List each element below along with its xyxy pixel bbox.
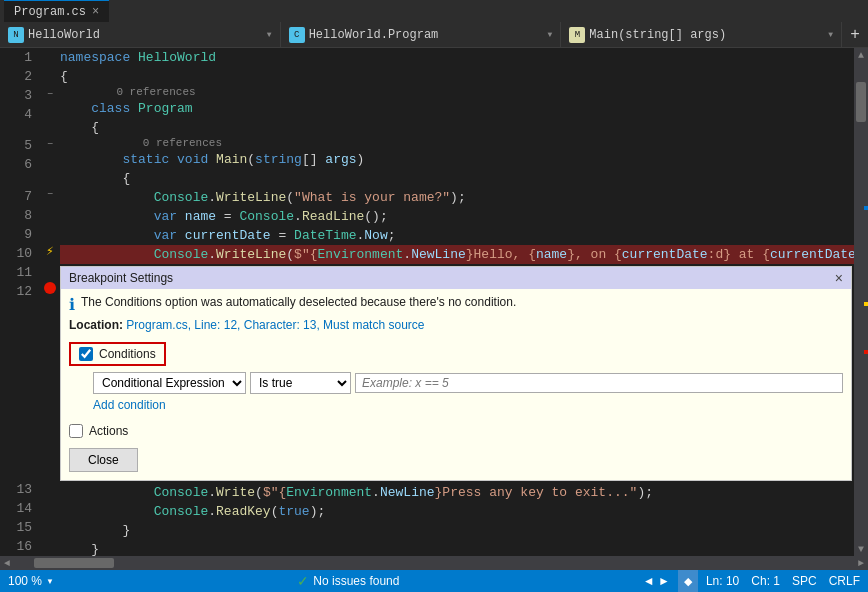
line-num-6: 6 — [0, 155, 40, 174]
line-num-10: 10 — [0, 244, 40, 263]
file-tab[interactable]: Program.cs × — [4, 0, 109, 22]
breakpoint-settings-panel: Breakpoint Settings × ℹ The Conditions o… — [60, 266, 852, 481]
vertical-scrollbar[interactable]: ▲ ▼ — [854, 48, 868, 556]
char-text: Ch: 1 — [751, 574, 780, 588]
horizontal-scroll-bar[interactable]: ◄ ► — [0, 556, 868, 570]
method-dropdown-arrow: ▼ — [828, 30, 833, 39]
line-num-16: 16 — [0, 537, 40, 556]
line-num-11: 11 — [0, 263, 40, 282]
code-line-9[interactable]: Console.WriteLine("What is your name?"); — [60, 188, 854, 207]
breakpoint-marker — [864, 350, 868, 354]
code-line-10[interactable]: var name = Console.ReadLine(); — [60, 207, 854, 226]
scrollbar-thumb-v[interactable] — [856, 82, 866, 122]
bp-settings-header: Breakpoint Settings × — [61, 267, 851, 289]
actions-label: Actions — [89, 424, 128, 438]
h-scroll-left[interactable]: ◄ — [0, 556, 14, 570]
code-line-8: { — [60, 169, 854, 188]
line-num-12: 12 — [0, 282, 40, 301]
namespace-dropdown[interactable]: N HelloWorld ▼ — [0, 22, 281, 47]
line-num-5: 5 — [0, 136, 40, 155]
title-bar: Program.cs × — [0, 0, 868, 22]
scrollbar-down-arrow[interactable]: ▼ — [854, 542, 868, 556]
status-text: No issues found — [313, 574, 399, 588]
line-num-7-ref — [0, 174, 40, 186]
scrollbar-up-arrow[interactable]: ▲ — [854, 48, 868, 62]
class-dropdown-arrow: ▼ — [548, 30, 553, 39]
code-line-3[interactable]: namespace HelloWorld — [60, 48, 854, 67]
code-line-7-ref: 0 references — [60, 137, 854, 150]
close-button[interactable]: Close — [69, 448, 138, 472]
line-num-3: 3 — [0, 86, 40, 105]
actions-section: Actions — [61, 420, 851, 442]
indicators-col: − − − ⚡ — [40, 48, 60, 556]
conditions-label: Conditions — [99, 347, 156, 361]
bp-location-value[interactable]: Program.cs, Line: 12, Character: 13, Mus… — [126, 318, 424, 332]
actions-checkbox[interactable] — [69, 424, 83, 438]
line-num-2: 2 — [0, 67, 40, 86]
collapse-3[interactable]: − — [40, 85, 60, 104]
close-btn-row: Close — [61, 442, 851, 480]
scrollbar-track — [854, 62, 868, 542]
method-dropdown-text: Main(string[] args) — [589, 28, 824, 42]
h-scroll-track — [14, 556, 854, 570]
expr-input[interactable] — [355, 373, 843, 393]
line-num-5-ref — [0, 124, 40, 136]
collapse-5[interactable]: − — [40, 135, 60, 154]
namespace-dropdown-text: HelloWorld — [28, 28, 263, 42]
code-line-12[interactable]: Console.WriteLine($"{Environment.NewLine… — [60, 245, 854, 264]
accent-marker — [864, 206, 868, 210]
code-line-5-ref: 0 references — [60, 86, 854, 99]
conditions-row: Conditions — [69, 342, 166, 366]
spaces-text[interactable]: SPC — [792, 574, 817, 588]
breakpoint-indicator-12[interactable] — [40, 279, 60, 298]
line-num-1: 1 — [0, 48, 40, 67]
tab-label: Program.cs — [14, 5, 86, 19]
bp-settings-title: Breakpoint Settings — [69, 271, 173, 285]
method-dropdown[interactable]: M Main(string[] args) ▼ — [561, 22, 842, 47]
code-line-6: { — [60, 118, 854, 137]
conditions-expr-row: Conditional Expression Hit Count Filter … — [69, 366, 843, 396]
bp-info-text: The Conditions option was automatically … — [81, 295, 516, 309]
line-num-4: 4 — [0, 105, 40, 124]
add-condition-link[interactable]: Add condition — [69, 396, 843, 416]
line-num-13: 13 — [0, 480, 40, 499]
conditions-checkbox[interactable] — [79, 347, 93, 361]
class-dropdown[interactable]: C HelloWorld.Program ▼ — [281, 22, 562, 47]
editor-area: 1 2 3 4 5 6 7 8 9 10 11 12 13 14 15 16 −… — [0, 48, 868, 556]
bp-location-label: Location: — [69, 318, 123, 332]
code-line-7[interactable]: static void Main(string[] args) — [60, 150, 854, 169]
bp-location-row: Location: Program.cs, Line: 12, Characte… — [61, 316, 851, 338]
nav-bar: N HelloWorld ▼ C HelloWorld.Program ▼ M … — [0, 22, 868, 48]
code-line-5[interactable]: class Program — [60, 99, 854, 118]
h-scroll-thumb[interactable] — [34, 558, 114, 568]
code-line-11[interactable]: var currentDate = DateTime.Now; — [60, 226, 854, 245]
breakpoint-dot — [44, 282, 56, 294]
status-bar: 100 % ▼ ✓ No issues found ◄ ► ◆ Ln: 10 C… — [0, 570, 868, 592]
class-dropdown-text: HelloWorld.Program — [309, 28, 544, 42]
line-num-15: 15 — [0, 518, 40, 537]
expr-condition-select[interactable]: Is true Has changed — [250, 372, 351, 394]
namespace-dropdown-arrow: ▼ — [267, 30, 272, 39]
line-num-14: 14 — [0, 499, 40, 518]
expr-type-select[interactable]: Conditional Expression Hit Count Filter — [93, 372, 246, 394]
zoom-arrow-icon: ▼ — [46, 577, 54, 586]
position-text: Ln: 10 — [706, 574, 739, 588]
zoom-level[interactable]: 100 % — [8, 574, 42, 588]
line-numbers: 1 2 3 4 5 6 7 8 9 10 11 12 13 14 15 16 — [0, 48, 40, 556]
warning-indicator-10: ⚡ — [40, 241, 60, 260]
conditions-section: Conditions Conditional Expression Hit Co… — [61, 338, 851, 420]
bp-settings-close-icon[interactable]: × — [835, 270, 843, 286]
line-num-7: 7 — [0, 187, 40, 206]
code-line-14[interactable]: Console.ReadKey(true); — [60, 502, 854, 521]
line-ending-text[interactable]: CRLF — [829, 574, 860, 588]
nav-arrows[interactable]: ◄ ► — [643, 574, 670, 588]
code-line-15: } — [60, 521, 854, 540]
warning-marker — [864, 302, 868, 306]
check-icon: ✓ — [297, 573, 309, 589]
h-scroll-right[interactable]: ► — [854, 556, 868, 570]
code-line-13[interactable]: Console.Write($"{Environment.NewLine}Pre… — [60, 483, 854, 502]
code-line-4: { — [60, 67, 854, 86]
tab-close-icon[interactable]: × — [92, 5, 99, 19]
add-tab-button[interactable]: + — [842, 22, 868, 48]
collapse-7[interactable]: − — [40, 185, 60, 204]
